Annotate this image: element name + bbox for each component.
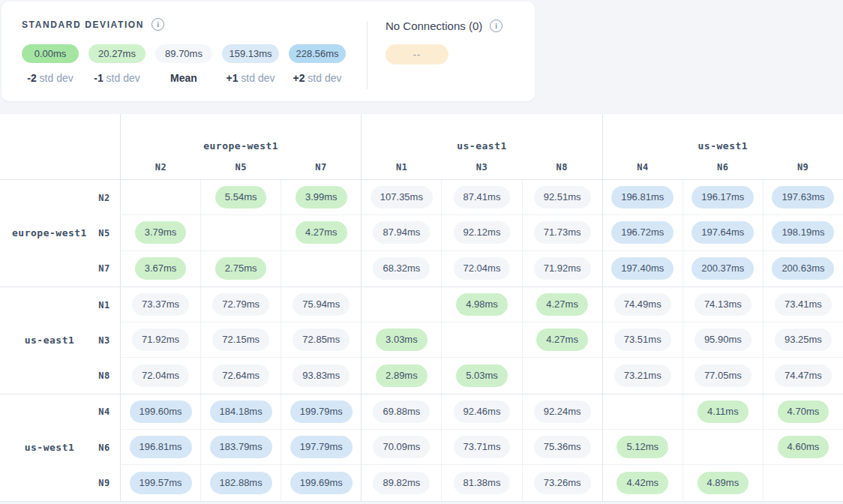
latency-chip: 71.92ms [132,328,189,351]
latency-chip: 73.51ms [614,328,671,351]
latency-cell: 70.09ms [362,430,441,464]
row-cells-group: 196.81ms183.79ms197.79ms [120,430,361,465]
row-header-node: N1 [88,300,120,310]
latency-cell: 92.46ms [441,394,521,429]
column-header-node: N7 [281,155,362,179]
column-group-label: europe-west1 [121,114,361,155]
latency-chip: 197.40ms [611,257,674,280]
info-icon[interactable]: i [152,18,164,31]
row-cells-group: 197.40ms200.37ms200.63ms [602,251,843,286]
row-cells-group: 4.98ms4.27ms [361,287,602,322]
row-header: N2 [0,180,120,215]
legend-chips: 0.00ms20.27ms89.70ms159.13ms228.56ms [22,44,346,63]
latency-chip: 73.41ms [775,293,832,316]
latency-chip: 68.32ms [373,257,430,280]
latency-cell: 4.27ms [522,322,602,357]
latency-chip: 197.63ms [772,186,834,208]
legend-chip: 228.56ms [289,44,346,63]
latency-cell: 2.89ms [362,358,441,393]
latency-cell: 196.81ms [603,180,682,214]
latency-chip: 75.36ms [534,436,591,458]
row-cells-group: 87.94ms92.12ms71.73ms [361,215,602,250]
legend-label: +2 std dev [289,72,346,84]
latency-cell: 4.42ms [603,465,682,500]
latency-chip: 4.27ms [536,328,588,351]
latency-cell: 72.04ms [441,251,521,286]
latency-chip: 73.71ms [454,436,511,458]
latency-cell: 74.49ms [603,287,682,322]
info-icon-glyph: i [495,22,497,30]
column-header-node: N3 [442,155,522,179]
matrix-row: N173.37ms72.79ms75.94ms4.98ms4.27ms74.49… [0,287,843,322]
row-cells-group: 107.35ms87.41ms92.51ms [361,180,602,215]
row-header-node: N2 [88,193,120,203]
latency-cell [522,358,602,393]
latency-chip: 72.85ms [292,328,350,351]
no-connections-chip: -- [386,44,448,64]
row-header: us-west1N6 [0,430,120,465]
latency-cell: 95.90ms [682,322,763,357]
latency-chip: 72.79ms [212,293,269,316]
latency-chip: 200.63ms [772,257,834,280]
legend-chip: 159.13ms [222,44,279,63]
latency-cell: 77.05ms [682,358,763,393]
latency-chip: 81.38ms [454,472,511,494]
matrix-header: europe-west1N2N5N7us-east1N1N3N8us-west1… [0,114,843,180]
latency-chip: 95.90ms [694,328,752,351]
matrix-body: N25.54ms3.99ms107.35ms87.41ms92.51ms196.… [0,180,843,502]
legend-label-strong: Mean [170,72,197,84]
latency-cell: 92.12ms [441,215,521,250]
row-cells-group: 196.72ms197.64ms198.19ms [602,215,843,250]
latency-chip: 3.03ms [376,328,428,351]
latency-chip: 3.99ms [296,186,347,208]
latency-cell: 2.75ms [200,251,280,286]
latency-chip: 92.12ms [454,221,511,244]
latency-chip: 72.64ms [212,364,269,387]
column-header-node: N5 [201,155,281,179]
legend-labels: -2 std dev-1 std devMean+1 std dev+2 std… [22,72,346,84]
latency-cell [763,465,843,500]
latency-cell: 72.79ms [200,287,280,322]
row-header-node: N5 [88,228,120,238]
info-icon[interactable]: i [490,20,502,32]
latency-cell: 68.32ms [362,251,441,286]
row-cells-group: 3.79ms4.27ms [120,215,361,250]
latency-chip: 107.35ms [370,186,433,208]
column-group: europe-west1N2N5N7 [120,114,361,179]
latency-chip: 197.64ms [692,221,754,244]
row-cells-group: 5.12ms4.60ms [602,430,843,465]
legend-chip: 20.27ms [88,44,146,63]
latency-chip: 73.26ms [534,472,591,494]
latency-cell: 196.72ms [603,215,682,250]
latency-chip: 4.70ms [778,400,830,423]
column-group: us-east1N1N3N8 [361,114,602,179]
column-group-label: us-west1 [603,114,843,155]
column-header-node: N4 [603,155,683,179]
column-header-node: N8 [522,155,602,179]
latency-chip: 183.79ms [210,436,272,458]
latency-cell: 200.37ms [682,251,763,286]
latency-cell: 197.64ms [682,215,763,250]
legend-label: +1 std dev [222,72,279,84]
matrix-row: N872.04ms72.64ms93.83ms2.89ms5.03ms73.21… [0,358,843,393]
latency-chip: 70.09ms [373,436,430,458]
row-cells-group: 196.81ms196.17ms197.63ms [602,180,843,215]
latency-cell: 71.73ms [522,215,602,250]
latency-cell: 198.19ms [763,215,843,250]
latency-cell: 69.88ms [362,394,441,429]
latency-cell: 4.27ms [522,287,602,322]
latency-chip: 2.89ms [376,364,428,387]
latency-chip: 75.94ms [292,293,350,316]
latency-cell: 196.81ms [121,430,200,464]
latency-cell [603,394,682,429]
latency-chip: 182.88ms [210,472,272,494]
latency-chip: 4.98ms [456,293,508,316]
latency-matrix: europe-west1N2N5N7us-east1N1N3N8us-west1… [0,114,843,501]
row-cells-group: 68.32ms72.04ms71.92ms [361,251,602,286]
matrix-row: us-west1N6196.81ms183.79ms197.79ms70.09m… [0,430,843,465]
latency-chip: 89.82ms [373,472,430,494]
row-cells-group: 69.88ms92.46ms92.24ms [361,394,602,430]
latency-chip: 3.67ms [135,257,187,280]
latency-cell: 199.60ms [121,394,200,429]
row-group-label: us-west1 [10,442,88,453]
